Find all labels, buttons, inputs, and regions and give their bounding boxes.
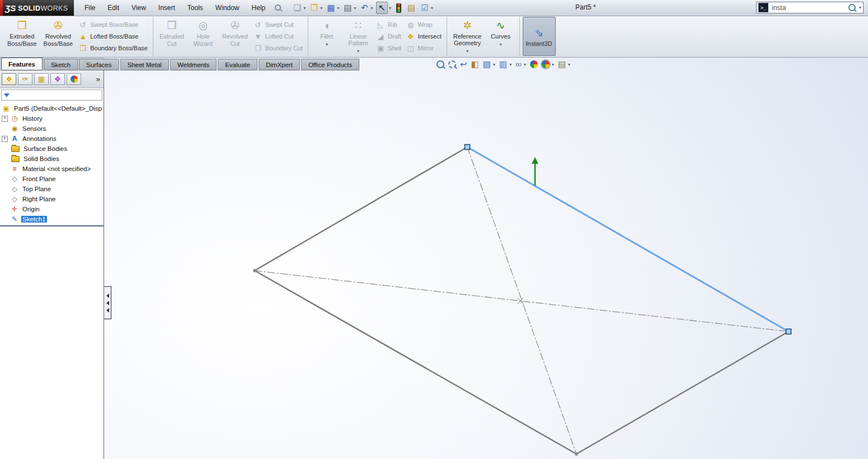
panel-overflow-chevron[interactable]: » — [96, 75, 102, 83]
search-input[interactable] — [771, 3, 846, 12]
tree-item-surface-bodies[interactable]: Surface Bodies — [0, 144, 104, 154]
display-style-dropdown-arrow-icon[interactable]: ▾ — [509, 62, 512, 67]
graphics-viewport[interactable]: ↩◧▧▾▥▾∞▾▾▤▾ — [104, 58, 868, 459]
tab-dimxpert[interactable]: DimXpert — [259, 59, 300, 70]
headsup-edit-appearance-button[interactable] — [530, 60, 538, 68]
menu-tools[interactable]: Tools — [181, 1, 209, 16]
quickbar-rebuild-traffic-light-button[interactable] — [393, 3, 404, 13]
material-icon: ≡ — [10, 165, 19, 173]
menu-file[interactable]: File — [78, 1, 101, 16]
tree-item-solid-bodies[interactable]: Solid Bodies — [0, 154, 104, 164]
tab-sketch[interactable]: Sketch — [44, 59, 78, 70]
construction-diagonal-1[interactable] — [467, 147, 576, 454]
headsup-section-view-button[interactable]: ◧ — [471, 60, 479, 69]
quickbar-open-button[interactable]: ❐▾ — [308, 2, 323, 13]
new-document-dropdown-arrow-icon[interactable]: ▾ — [303, 6, 306, 11]
quickbar-print-button[interactable]: ▤▾ — [341, 2, 357, 13]
vertex-handle-right[interactable] — [786, 329, 791, 334]
expand-plus-icon[interactable]: + — [2, 136, 8, 142]
panel-split-divider[interactable] — [0, 225, 104, 226]
dimxpertmanager-tab[interactable]: ✥ — [50, 73, 65, 85]
tree-item-sketch1[interactable]: ✎Sketch1 — [0, 214, 104, 224]
headsup-previous-view-button[interactable]: ↩ — [460, 60, 467, 69]
quickbar-new-document-button[interactable]: ❏▾ — [291, 2, 307, 13]
headsup-display-style-button[interactable]: ▥▾ — [499, 60, 512, 69]
menu-window[interactable]: Window — [209, 1, 246, 16]
tree-item-material-not-specified[interactable]: ≡Material <not specified> — [0, 164, 104, 174]
instant3d-arrow-head[interactable] — [532, 157, 538, 164]
configurationmanager-tab[interactable]: ▦ — [34, 73, 49, 85]
headsup-zoom-to-fit-button[interactable] — [437, 60, 444, 68]
view-orientation-dropdown-arrow-icon[interactable]: ▾ — [493, 62, 495, 67]
tree-item-annotations[interactable]: +AAnnotations — [0, 134, 104, 144]
options-list-dropdown-arrow-icon[interactable]: ▾ — [431, 6, 433, 11]
intersect-button[interactable]: ❖Intersect — [406, 32, 442, 41]
headsup-hide-show-items-button[interactable]: ∞▾ — [515, 60, 526, 69]
tree-item-part5[interactable]: ▣Part5 (Default<<Default>_Disp — [0, 103, 104, 113]
sketch-edge-3[interactable] — [576, 332, 789, 454]
tree-item-label: Origin — [21, 206, 41, 212]
magnifier-icon[interactable] — [848, 4, 856, 11]
construction-diagonal-2[interactable] — [255, 271, 789, 332]
select-dropdown-arrow-icon[interactable]: ▾ — [389, 6, 391, 11]
headsup-zoom-to-area-button[interactable] — [448, 60, 456, 68]
menu-view[interactable]: View — [125, 1, 152, 16]
expand-plus-icon[interactable]: + — [2, 116, 8, 122]
vertex-handle-top[interactable] — [465, 145, 470, 150]
tree-item-top-plane[interactable]: ◇Top Plane — [0, 184, 104, 194]
undo-dropdown-arrow-icon[interactable]: ▾ — [370, 6, 373, 11]
curves-dropdown-arrow-icon[interactable]: ▾ — [499, 41, 501, 49]
apply-scene-dropdown-arrow-icon[interactable]: ▾ — [552, 62, 554, 67]
feature-filter-box[interactable] — [1, 89, 102, 101]
panel-splitter-handle[interactable] — [104, 286, 111, 319]
tab-features[interactable]: Features — [1, 58, 43, 70]
menu-edit[interactable]: Edit — [101, 1, 125, 16]
view-settings-dropdown-arrow-icon[interactable]: ▾ — [568, 62, 570, 67]
reference-geometry-button[interactable]: ✲Reference Geometry▾ — [450, 17, 485, 56]
quickbar-file-properties-button[interactable]: ▤ — [405, 2, 417, 13]
sketch-edge-2[interactable] — [255, 271, 576, 454]
open-dropdown-arrow-icon[interactable]: ▾ — [320, 6, 322, 11]
revolved-boss-base-button[interactable]: ✇Revolved Boss/Base — [40, 17, 77, 56]
pin-menu-icon[interactable] — [275, 4, 282, 12]
tree-item-sensors[interactable]: ◉Sensors — [0, 124, 104, 134]
headsup-view-settings-button[interactable]: ▤▾ — [558, 60, 570, 69]
tree-item-history[interactable]: +◷History — [0, 113, 104, 124]
hide-show-items-dropdown-arrow-icon[interactable]: ▾ — [524, 62, 526, 67]
quickbar-undo-button[interactable]: ↶▾ — [358, 2, 374, 13]
instant3d-button[interactable]: ⇘Instant3D — [523, 17, 556, 56]
selected-sketch-edge[interactable] — [467, 147, 789, 332]
revolved-boss-base-label: Revolved Boss/Base — [44, 33, 73, 47]
search-dropdown-arrow-icon[interactable]: ▾ — [859, 5, 861, 10]
lofted-boss-base-button[interactable]: ▲Lofted Boss/Base — [78, 32, 148, 41]
sketch-point-bottom[interactable] — [575, 452, 578, 456]
save-dropdown-arrow-icon[interactable]: ▾ — [337, 6, 339, 11]
quickbar-save-button[interactable]: ▦▾ — [325, 2, 340, 13]
sketch-point-left[interactable] — [253, 269, 256, 272]
tab-sheet-metal[interactable]: Sheet Metal — [120, 59, 169, 70]
search-box[interactable]: >_ ▾ — [756, 2, 864, 13]
menu-insert[interactable]: Insert — [152, 1, 181, 16]
sketch-edge-1[interactable] — [255, 147, 467, 271]
tree-item-origin[interactable]: ✛Origin — [0, 204, 104, 214]
displaymanager-tab[interactable] — [67, 73, 81, 85]
tree-item-front-plane[interactable]: ◇Front Plane — [0, 174, 104, 184]
tab-weldments[interactable]: Weldments — [170, 59, 217, 70]
boundary-boss-base-button[interactable]: ❐Boundary Boss/Base — [78, 44, 148, 53]
tab-surfaces[interactable]: Surfaces — [79, 59, 119, 70]
propertymanager-tab[interactable]: ✑ — [18, 73, 32, 85]
extruded-boss-base-button[interactable]: ❒Extruded Boss/Base — [4, 17, 40, 56]
menu-help[interactable]: Help — [246, 1, 272, 16]
sketch-canvas[interactable] — [104, 58, 868, 459]
featuremanager-tab[interactable]: ❖ — [2, 73, 16, 85]
tab-evaluate[interactable]: Evaluate — [218, 59, 257, 70]
reference-geometry-dropdown-arrow-icon[interactable]: ▾ — [466, 48, 468, 55]
print-dropdown-arrow-icon[interactable]: ▾ — [354, 6, 356, 11]
tab-office-products[interactable]: Office Products — [301, 59, 359, 70]
headsup-view-orientation-button[interactable]: ▧▾ — [483, 60, 495, 69]
tree-item-right-plane[interactable]: ◇Right Plane — [0, 194, 104, 204]
quickbar-options-list-button[interactable]: ☑▾ — [419, 2, 434, 13]
headsup-apply-scene-button[interactable]: ▾ — [542, 60, 554, 68]
curves-button[interactable]: ∿Curves▾ — [485, 17, 517, 56]
quickbar-select-button[interactable]: ↖▾ — [375, 1, 392, 15]
